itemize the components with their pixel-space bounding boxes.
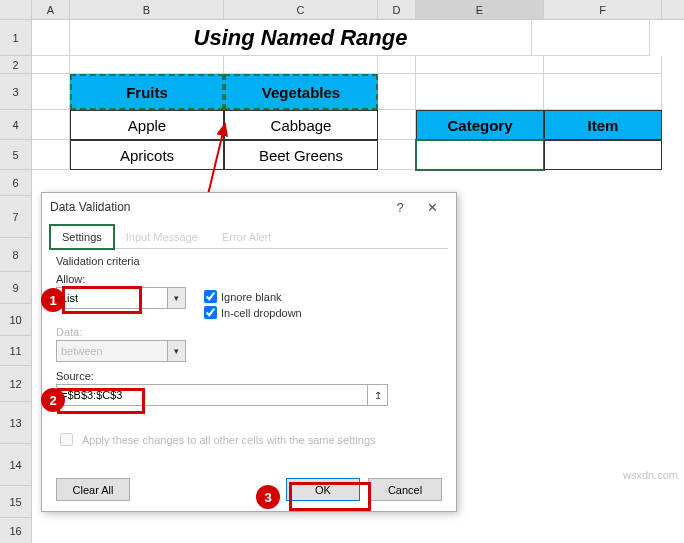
cell[interactable] [378, 56, 416, 74]
apply-changes-checkbox [60, 433, 73, 446]
cell[interactable] [532, 20, 650, 56]
select-all-corner[interactable] [0, 0, 32, 19]
cell[interactable] [378, 74, 416, 110]
cancel-button[interactable]: Cancel [368, 478, 442, 501]
fruit-cell[interactable]: Apricots [70, 140, 224, 170]
row-header-6[interactable]: 6 [0, 170, 32, 196]
tab-error-alert[interactable]: Error Alert [210, 225, 284, 249]
item-header[interactable]: Item [544, 110, 662, 140]
ignore-blank-label: Ignore blank [221, 291, 282, 303]
clear-all-button[interactable]: Clear All [56, 478, 130, 501]
tab-settings[interactable]: Settings [50, 225, 114, 249]
col-header-b[interactable]: B [70, 0, 224, 19]
watermark: wsxdn.com [623, 469, 678, 481]
dialog-titlebar[interactable]: Data Validation ? ✕ [42, 193, 456, 221]
row-header-11[interactable]: 11 [0, 336, 32, 366]
highlight-box-ok [289, 482, 371, 511]
row-header-14[interactable]: 14 [0, 444, 32, 486]
cell[interactable] [544, 56, 662, 74]
row-header-8[interactable]: 8 [0, 238, 32, 272]
column-headers: A B C D E F [0, 0, 684, 20]
apply-changes-label: Apply these changes to all other cells w… [82, 434, 376, 446]
allow-label: Allow: [56, 273, 442, 285]
data-value [57, 345, 167, 357]
highlight-box-source [57, 388, 145, 414]
step-badge-2: 2 [41, 388, 65, 412]
chevron-down-icon[interactable]: ▾ [167, 288, 185, 308]
row-header-4[interactable]: 4 [0, 110, 32, 140]
data-combo: ▾ [56, 340, 186, 362]
incell-checkbox[interactable] [204, 306, 217, 319]
cell[interactable] [32, 20, 70, 56]
vegetables-header[interactable]: Vegetables [224, 74, 378, 110]
row-header-12[interactable]: 12 [0, 366, 32, 402]
row-header-3[interactable]: 3 [0, 74, 32, 110]
close-button[interactable]: ✕ [416, 193, 448, 221]
cell[interactable] [416, 56, 544, 74]
col-header-a[interactable]: A [32, 0, 70, 19]
cell[interactable] [70, 56, 224, 74]
row-header-7[interactable]: 7 [0, 196, 32, 238]
row-header-13[interactable]: 13 [0, 402, 32, 444]
cell[interactable] [416, 74, 544, 110]
col-header-c[interactable]: C [224, 0, 378, 19]
row-header-2[interactable]: 2 [0, 56, 32, 74]
apply-changes-row: Apply these changes to all other cells w… [56, 430, 442, 449]
category-header[interactable]: Category [416, 110, 544, 140]
chevron-down-icon: ▾ [167, 341, 185, 361]
col-header-e[interactable]: E [416, 0, 544, 19]
cell[interactable] [224, 56, 378, 74]
page-title[interactable]: Using Named Range [70, 20, 532, 56]
data-label: Data: [56, 326, 442, 338]
ignore-blank-checkbox[interactable] [204, 290, 217, 303]
cell[interactable] [32, 74, 70, 110]
ignore-blank-check[interactable]: Ignore blank [204, 290, 302, 303]
cell-f5[interactable] [544, 140, 662, 170]
criteria-label: Validation criteria [56, 255, 442, 267]
range-picker-icon[interactable]: ↥ [367, 385, 387, 405]
highlight-box-allow [62, 286, 142, 314]
incell-label: In-cell dropdown [221, 307, 302, 319]
cell[interactable] [32, 56, 70, 74]
col-header-d[interactable]: D [378, 0, 416, 19]
step-badge-3: 3 [256, 485, 280, 509]
cell[interactable] [32, 140, 70, 170]
veg-cell[interactable]: Cabbage [224, 110, 378, 140]
cell[interactable] [378, 140, 416, 170]
row-header-10[interactable]: 10 [0, 304, 32, 336]
dialog-title: Data Validation [50, 200, 131, 214]
cell[interactable] [32, 110, 70, 140]
fruits-header[interactable]: Fruits [70, 74, 224, 110]
active-cell-e5[interactable] [416, 140, 544, 170]
incell-dropdown-check[interactable]: In-cell dropdown [204, 306, 302, 319]
row-header-9[interactable]: 9 [0, 272, 32, 304]
data-validation-dialog: Data Validation ? ✕ Settings Input Messa… [41, 192, 457, 512]
row-header-15[interactable]: 15 [0, 486, 32, 518]
row-header-16[interactable]: 16 [0, 518, 32, 543]
grid: Using Named Range Fruits Vegetables Appl… [32, 20, 662, 170]
fruit-cell[interactable]: Apple [70, 110, 224, 140]
cell[interactable] [544, 74, 662, 110]
row-header-5[interactable]: 5 [0, 140, 32, 170]
dialog-tabs: Settings Input Message Error Alert [50, 225, 448, 249]
col-header-f[interactable]: F [544, 0, 662, 19]
source-label: Source: [56, 370, 442, 382]
step-badge-1: 1 [41, 288, 65, 312]
veg-cell[interactable]: Beet Greens [224, 140, 378, 170]
help-button[interactable]: ? [384, 193, 416, 221]
row-headers: 1 2 3 4 5 6 7 8 9 10 11 12 13 14 15 16 [0, 20, 32, 543]
row-header-1[interactable]: 1 [0, 20, 32, 56]
tab-input-message[interactable]: Input Message [114, 225, 210, 249]
cell[interactable] [378, 110, 416, 140]
